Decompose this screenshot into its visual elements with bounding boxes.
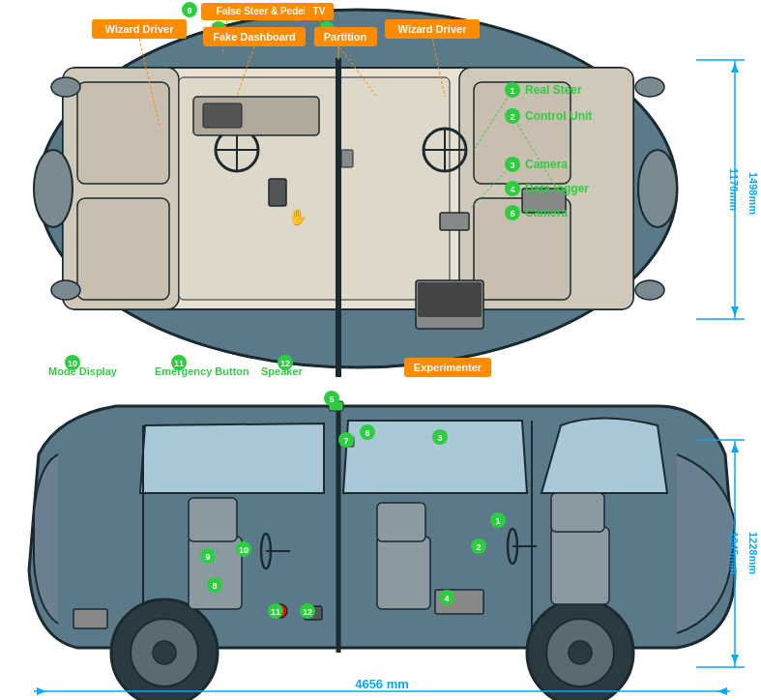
side-view-car: 1 2 3 4 5 6 7 bbox=[29, 391, 735, 700]
svg-text:6: 6 bbox=[365, 428, 369, 438]
svg-rect-23 bbox=[418, 282, 482, 317]
dim-1045-text: 1045mm bbox=[728, 532, 740, 574]
control-unit-text: Control Unit bbox=[525, 109, 592, 123]
experimenter-label: Experimenter bbox=[414, 362, 483, 373]
svg-text:12: 12 bbox=[303, 607, 312, 617]
dim-1228-text: 1228mm bbox=[747, 532, 759, 574]
svg-rect-6 bbox=[77, 198, 169, 300]
dim-1170-text: 1170mm bbox=[728, 168, 740, 211]
emergency-button-text: Emergency Button bbox=[155, 365, 249, 377]
svg-rect-18 bbox=[203, 103, 242, 128]
svg-text:5: 5 bbox=[510, 209, 514, 219]
svg-point-25 bbox=[638, 150, 677, 227]
wizard-driver-right-label: Wizard Driver bbox=[398, 23, 468, 35]
svg-rect-42 bbox=[551, 493, 604, 532]
svg-text:7: 7 bbox=[343, 436, 348, 446]
camera-5-text: Camera bbox=[525, 206, 568, 219]
svg-text:3: 3 bbox=[437, 433, 442, 443]
svg-marker-121 bbox=[731, 443, 739, 452]
svg-marker-122 bbox=[731, 655, 739, 664]
svg-text:2: 2 bbox=[476, 542, 481, 552]
svg-rect-5 bbox=[77, 82, 169, 184]
svg-rect-46 bbox=[189, 498, 237, 541]
real-steer-text: Real Steer bbox=[525, 83, 582, 97]
partition-label: Partition bbox=[324, 31, 367, 43]
svg-rect-31 bbox=[341, 150, 353, 167]
svg-point-29 bbox=[635, 280, 664, 300]
svg-rect-43 bbox=[377, 537, 430, 609]
svg-point-24 bbox=[34, 150, 73, 227]
svg-point-28 bbox=[635, 77, 664, 97]
tv-label: TV bbox=[313, 6, 326, 16]
svg-point-40 bbox=[569, 641, 592, 664]
svg-rect-21 bbox=[440, 213, 469, 230]
svg-point-26 bbox=[51, 77, 80, 97]
svg-rect-44 bbox=[377, 503, 425, 541]
svg-text:4: 4 bbox=[444, 594, 449, 603]
dim-1498-text: 1498mm bbox=[747, 172, 759, 215]
svg-point-27 bbox=[51, 280, 80, 300]
svg-marker-116 bbox=[731, 63, 739, 73]
speaker-text: Speaker bbox=[261, 365, 304, 377]
svg-text:10: 10 bbox=[239, 545, 249, 555]
main-container: ✋ bbox=[0, 0, 761, 700]
svg-marker-117 bbox=[731, 306, 739, 316]
svg-text:2: 2 bbox=[510, 112, 514, 122]
svg-marker-124 bbox=[37, 687, 46, 695]
svg-text:✋: ✋ bbox=[288, 208, 307, 226]
false-steer-label: False Steer & Pedels bbox=[217, 6, 312, 16]
svg-rect-41 bbox=[551, 527, 609, 604]
svg-text:9: 9 bbox=[205, 552, 210, 562]
svg-text:11: 11 bbox=[271, 607, 280, 617]
dim-4656-text: 4656 mm bbox=[355, 677, 409, 691]
camera-3-text: Camera bbox=[525, 158, 568, 171]
svg-rect-55 bbox=[73, 609, 107, 628]
svg-text:1: 1 bbox=[510, 86, 514, 96]
svg-point-37 bbox=[153, 641, 176, 664]
svg-rect-19 bbox=[269, 179, 286, 206]
mode-display-text: Mode Display bbox=[48, 365, 118, 377]
wizard-driver-left-label: Wizard Driver bbox=[105, 23, 175, 35]
svg-text:9: 9 bbox=[187, 6, 191, 15]
svg-marker-125 bbox=[717, 687, 727, 695]
svg-text:8: 8 bbox=[212, 581, 217, 591]
svg-text:3: 3 bbox=[510, 160, 514, 170]
svg-text:1: 1 bbox=[495, 516, 500, 526]
svg-text:5: 5 bbox=[329, 394, 334, 404]
data-logger-text: Data logger bbox=[525, 182, 589, 195]
svg-rect-45 bbox=[189, 537, 242, 609]
